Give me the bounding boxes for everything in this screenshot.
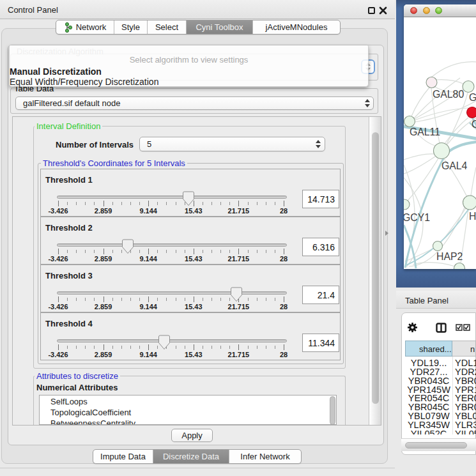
svg-text:H: H [469,211,476,222]
svg-text:C: C [472,119,476,130]
svg-text:GAL11: GAL11 [410,127,440,137]
svg-text:GAL4: GAL4 [441,160,468,171]
svg-text:GAL80: GAL80 [433,89,464,100]
svg-text:G: G [469,92,476,103]
svg-text:HAP2: HAP2 [436,251,463,262]
svg-text:GCY1: GCY1 [404,212,430,223]
